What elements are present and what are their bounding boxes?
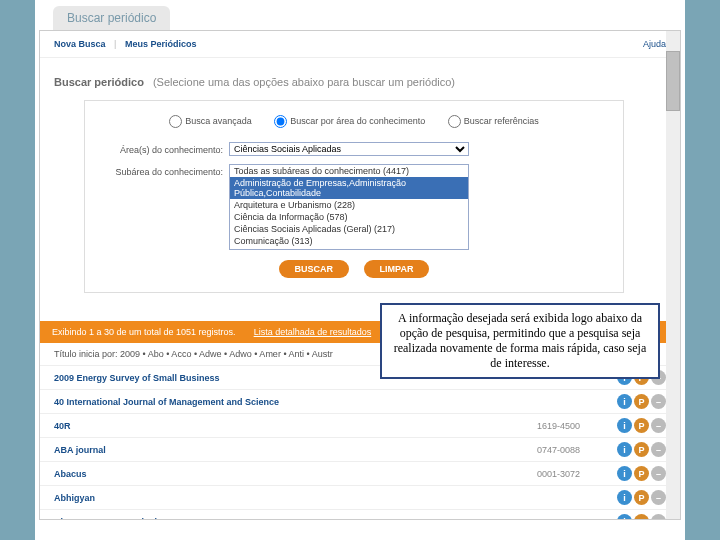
pdf-icon[interactable]: P xyxy=(634,514,649,520)
result-icons: iP– xyxy=(617,442,666,457)
radio-advanced[interactable]: Busca avançada xyxy=(169,116,252,126)
result-issn: 0001-3072 xyxy=(537,469,607,479)
result-row: 40 International Journal of Management a… xyxy=(40,390,680,414)
result-row: About women & marketing0952-2825iP– xyxy=(40,510,680,520)
result-issn: 0747-0088 xyxy=(537,445,607,455)
subarea-option[interactable]: Administração de Empresas,Administração … xyxy=(230,177,468,199)
radio-row: Busca avançada Buscar por área do conhec… xyxy=(99,115,609,128)
alpha-links[interactable]: Título inicia por: 2009 • Abo • Acco • A… xyxy=(54,349,333,359)
pdf-icon[interactable]: P xyxy=(634,490,649,505)
minus-icon[interactable]: – xyxy=(651,442,666,457)
scrollbar-thumb[interactable] xyxy=(666,51,680,111)
section-title: Buscar periódico (Selecione uma das opçõ… xyxy=(54,76,666,88)
minus-icon[interactable]: – xyxy=(651,394,666,409)
info-icon[interactable]: i xyxy=(617,394,632,409)
info-callout: A informação desejada será exibida logo … xyxy=(380,303,660,379)
result-icons: iP– xyxy=(617,514,666,520)
result-icons: iP– xyxy=(617,490,666,505)
pdf-icon[interactable]: P xyxy=(634,418,649,433)
minus-icon[interactable]: – xyxy=(651,490,666,505)
result-icons: iP– xyxy=(617,466,666,481)
area-row: Área(s) do conhecimento: Ciências Sociai… xyxy=(99,142,609,156)
subarea-option[interactable]: Ciência da Informação (578) xyxy=(230,211,468,223)
page: Buscar periódico Nova Busca | Meus Perió… xyxy=(35,0,685,540)
pdf-icon[interactable]: P xyxy=(634,394,649,409)
topbar: Nova Busca | Meus Periódicos Ajuda xyxy=(40,31,680,58)
section-title-bold: Buscar periódico xyxy=(54,76,144,88)
search-box: Busca avançada Buscar por área do conhec… xyxy=(84,100,624,293)
result-title-link[interactable]: 40R xyxy=(54,421,71,431)
result-issn: 1619-4500 xyxy=(537,421,607,431)
minus-icon[interactable]: – xyxy=(651,418,666,433)
my-journals-link[interactable]: Meus Periódicos xyxy=(125,39,197,49)
subarea-label: Subárea do conhecimento: xyxy=(99,164,229,177)
result-title-link[interactable]: Abacus xyxy=(54,469,87,479)
info-icon[interactable]: i xyxy=(617,514,632,520)
result-title-link[interactable]: About women & marketing xyxy=(54,517,168,521)
help-link[interactable]: Ajuda xyxy=(643,39,666,49)
tab-search-journal[interactable]: Buscar periódico xyxy=(53,6,170,30)
pdf-icon[interactable]: P xyxy=(634,442,649,457)
subarea-option[interactable]: Arquitetura e Urbanismo (228) xyxy=(230,199,468,211)
info-icon[interactable]: i xyxy=(617,442,632,457)
subarea-listbox[interactable]: Todas as subáreas do conhecimento (4417)… xyxy=(229,164,469,250)
results-list: 2009 Energy Survey of Small BusinessiP–4… xyxy=(40,366,680,520)
result-title-link[interactable]: Abhigyan xyxy=(54,493,95,503)
subarea-option[interactable]: Ciências Sociais Aplicadas (Geral) (217) xyxy=(230,223,468,235)
result-row: 40R1619-4500iP– xyxy=(40,414,680,438)
area-label: Área(s) do conhecimento: xyxy=(99,142,229,155)
info-icon[interactable]: i xyxy=(617,490,632,505)
result-row: ABA journal0747-0088iP– xyxy=(40,438,680,462)
area-select[interactable]: Ciências Sociais Aplicadas xyxy=(229,142,469,156)
vertical-scrollbar[interactable] xyxy=(666,31,680,519)
clear-button[interactable]: LIMPAR xyxy=(364,260,430,278)
search-button[interactable]: BUSCAR xyxy=(279,260,350,278)
result-issn: 0952-2825 xyxy=(537,517,607,521)
new-search-link[interactable]: Nova Busca xyxy=(54,39,106,49)
subarea-option[interactable]: Demografia (115) xyxy=(230,247,468,250)
result-icons: iP– xyxy=(617,394,666,409)
detailed-list-link[interactable]: Lista detalhada de resultados xyxy=(254,327,372,337)
results-count: Exibindo 1 a 30 de um total de 1051 regi… xyxy=(52,327,236,337)
button-row: BUSCAR LIMPAR xyxy=(99,260,609,278)
radio-references[interactable]: Buscar referências xyxy=(448,116,539,126)
result-row: Abacus0001-3072iP– xyxy=(40,462,680,486)
subarea-row: Subárea do conhecimento: Todas as subáre… xyxy=(99,164,609,250)
minus-icon[interactable]: – xyxy=(651,514,666,520)
result-title-link[interactable]: 40 International Journal of Management a… xyxy=(54,397,279,407)
result-title-link[interactable]: 2009 Energy Survey of Small Business xyxy=(54,373,220,383)
search-section: Buscar periódico (Selecione uma das opçõ… xyxy=(40,58,680,293)
radio-by-area[interactable]: Buscar por área do conhecimento xyxy=(274,116,425,126)
info-icon[interactable]: i xyxy=(617,418,632,433)
separator: | xyxy=(114,39,116,49)
section-title-hint: (Selecione uma das opções abaixo para bu… xyxy=(153,76,455,88)
subarea-option[interactable]: Todas as subáreas do conhecimento (4417) xyxy=(230,165,468,177)
result-title-link[interactable]: ABA journal xyxy=(54,445,106,455)
info-icon[interactable]: i xyxy=(617,466,632,481)
result-icons: iP– xyxy=(617,418,666,433)
main-frame: Nova Busca | Meus Periódicos Ajuda Busca… xyxy=(39,30,681,520)
subarea-option[interactable]: Comunicação (313) xyxy=(230,235,468,247)
minus-icon[interactable]: – xyxy=(651,466,666,481)
result-row: AbhigyaniP– xyxy=(40,486,680,510)
pdf-icon[interactable]: P xyxy=(634,466,649,481)
